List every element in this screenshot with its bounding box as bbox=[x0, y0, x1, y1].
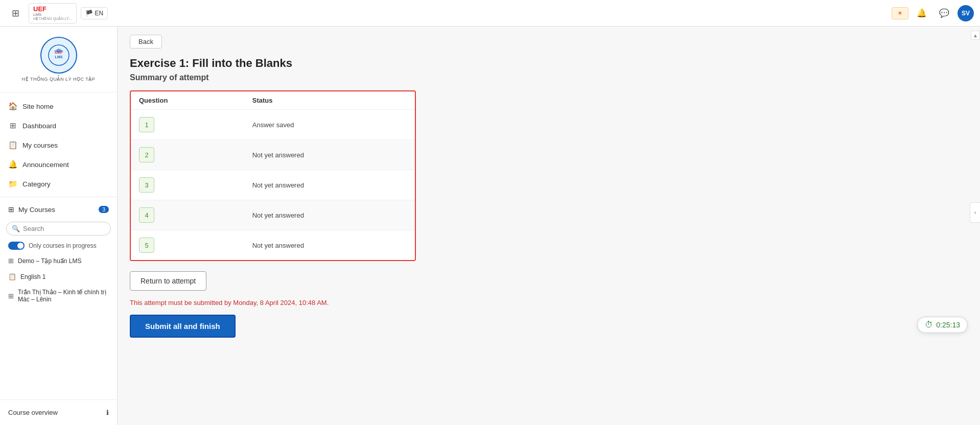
question-number-badge: 5 bbox=[139, 238, 154, 253]
logo-tagline: HỆ THỐNG QUẢN LÝ... bbox=[33, 17, 72, 21]
sidebar-item-site-home[interactable]: 🏠 Site home bbox=[0, 97, 117, 116]
logo-circle: UEF LMS bbox=[40, 37, 77, 74]
page-subtitle: Summary of attempt bbox=[130, 73, 718, 82]
sidebar-item-announcement[interactable]: 🔔 Announcement bbox=[0, 155, 117, 174]
question-number-badge: 4 bbox=[139, 207, 154, 223]
graduation-cap-icon: UEF LMS bbox=[48, 44, 69, 66]
col-status: Status bbox=[244, 91, 415, 110]
col-question: Question bbox=[131, 91, 244, 110]
status-cell: Not yet answered bbox=[244, 140, 415, 170]
uef-logo[interactable]: UEF LMS HỆ THỐNG QUẢN LÝ... bbox=[29, 3, 77, 23]
sidebar-item-dashboard[interactable]: ⊞ Dashboard bbox=[0, 116, 117, 135]
language-button[interactable]: 🏴 EN bbox=[81, 7, 108, 19]
svg-text:LMS: LMS bbox=[55, 55, 62, 59]
course-overview-label: Course overview bbox=[8, 409, 58, 416]
timer-icon: ⏱ bbox=[925, 320, 933, 329]
sidebar-item-my-courses[interactable]: 📋 My courses bbox=[0, 135, 117, 155]
status-cell: Not yet answered bbox=[244, 230, 415, 261]
summary-table: Question Status 1Answer saved2Not yet an… bbox=[131, 91, 415, 260]
sidebar-course-english1[interactable]: 📋 English 1 bbox=[0, 269, 117, 285]
language-label: EN bbox=[95, 10, 104, 17]
course-label-demo: Demo – Tập huấn LMS bbox=[18, 257, 82, 265]
top-right-collapse[interactable]: ▲ bbox=[971, 31, 980, 40]
sidebar-label-category: Category bbox=[22, 180, 51, 188]
my-courses-expandable[interactable]: ⊞ My Courses 3 bbox=[0, 200, 117, 219]
announcement-icon: 🔔 bbox=[8, 160, 17, 169]
status-cell: Answer saved bbox=[244, 110, 415, 140]
logo-text: UEF bbox=[33, 6, 72, 12]
sidebar: UEF LMS HỆ THỐNG QUẢN LÝ HỌC TẬP 🏠 Site … bbox=[0, 27, 118, 425]
course-label-english1: English 1 bbox=[20, 273, 45, 280]
chat-button[interactable]: 💬 bbox=[935, 4, 953, 22]
category-icon: 📁 bbox=[8, 179, 17, 188]
my-courses-label: My Courses bbox=[18, 206, 55, 214]
sidebar-label-site-home: Site home bbox=[22, 103, 54, 110]
course-overview-item[interactable]: Course overview ℹ bbox=[0, 404, 117, 421]
sidebar-label-dashboard: Dashboard bbox=[22, 122, 56, 130]
course-icon-demo: ⊞ bbox=[8, 257, 14, 265]
course-label-tran: Trần Thị Thảo – Kinh tế chính trị Mác – … bbox=[18, 289, 109, 303]
top-navigation: ⊞ UEF LMS HỆ THỐNG QUẢN LÝ... 🏴 EN ☀ 🔔 💬… bbox=[0, 0, 980, 27]
search-input[interactable] bbox=[23, 225, 109, 232]
search-box[interactable]: 🔍 bbox=[6, 222, 111, 235]
sidebar-bottom: Course overview ℹ bbox=[0, 399, 117, 425]
sidebar-logo: UEF LMS HỆ THỐNG QUẢN LÝ HỌC TẬP bbox=[0, 27, 117, 92]
table-row: 2Not yet answered bbox=[131, 140, 415, 170]
flag-icon: 🏴 bbox=[85, 10, 93, 17]
question-cell: 2 bbox=[131, 140, 244, 170]
sidebar-nav: 🏠 Site home ⊞ Dashboard 📋 My courses 🔔 A… bbox=[0, 92, 117, 399]
table-row: 1Answer saved bbox=[131, 110, 415, 140]
back-button[interactable]: Back bbox=[130, 35, 162, 49]
logo-sub: LMS bbox=[33, 12, 72, 17]
my-courses-icon: ⊞ bbox=[8, 205, 14, 214]
courses-icon: 📋 bbox=[8, 140, 17, 150]
search-icon: 🔍 bbox=[12, 225, 20, 232]
toggle-label: Only courses in progress bbox=[29, 242, 97, 249]
sidebar-label-my-courses: My courses bbox=[22, 141, 58, 149]
dashboard-icon: ⊞ bbox=[8, 121, 17, 130]
my-courses-badge: 3 bbox=[99, 206, 109, 213]
day-badge[interactable]: ☀ bbox=[892, 7, 908, 19]
status-cell: Not yet answered bbox=[244, 170, 415, 200]
table-row: 3Not yet answered bbox=[131, 170, 415, 200]
bell-button[interactable]: 🔔 bbox=[913, 4, 931, 22]
info-icon: ℹ bbox=[106, 409, 109, 416]
question-cell: 4 bbox=[131, 200, 244, 230]
question-cell: 1 bbox=[131, 110, 244, 140]
grid-icon-button[interactable]: ⊞ bbox=[6, 4, 25, 22]
course-icon-tran: ⊞ bbox=[8, 292, 14, 300]
toggle-row: Only courses in progress bbox=[0, 239, 117, 253]
deadline-notice: This attempt must be submitted by Monday… bbox=[130, 299, 718, 306]
table-row: 5Not yet answered bbox=[131, 230, 415, 261]
top-nav-left: ⊞ UEF LMS HỆ THỐNG QUẢN LÝ... 🏴 EN bbox=[6, 3, 108, 23]
question-cell: 5 bbox=[131, 230, 244, 261]
question-number-badge: 3 bbox=[139, 177, 154, 193]
return-to-attempt-button[interactable]: Return to attempt bbox=[130, 271, 206, 291]
right-panel-toggle[interactable]: › bbox=[970, 202, 980, 223]
content-inner: Back Exercise 1: Fill into the Blanks Su… bbox=[118, 27, 731, 346]
question-number-badge: 1 bbox=[139, 117, 154, 132]
main-layout: UEF LMS HỆ THỐNG QUẢN LÝ HỌC TẬP 🏠 Site … bbox=[0, 27, 980, 425]
sidebar-subtitle: HỆ THỐNG QUẢN LÝ HỌC TẬP bbox=[22, 77, 96, 82]
top-nav-right: ☀ 🔔 💬 SV bbox=[892, 4, 974, 22]
page-title: Exercise 1: Fill into the Blanks bbox=[130, 57, 718, 70]
course-icon-english1: 📋 bbox=[8, 273, 16, 280]
status-cell: Not yet answered bbox=[244, 200, 415, 230]
user-avatar[interactable]: SV bbox=[958, 5, 974, 21]
question-cell: 3 bbox=[131, 170, 244, 200]
sidebar-course-demo[interactable]: ⊞ Demo – Tập huấn LMS bbox=[0, 253, 117, 269]
summary-table-container: Question Status 1Answer saved2Not yet an… bbox=[130, 90, 416, 261]
timer-badge: ⏱ 0:25:13 bbox=[917, 317, 968, 333]
courses-in-progress-toggle[interactable] bbox=[8, 242, 25, 250]
table-row: 4Not yet answered bbox=[131, 200, 415, 230]
timer-value: 0:25:13 bbox=[936, 321, 960, 329]
content-area: Back Exercise 1: Fill into the Blanks Su… bbox=[118, 27, 980, 425]
sidebar-item-category[interactable]: 📁 Category bbox=[0, 174, 117, 194]
sidebar-label-announcement: Announcement bbox=[22, 161, 69, 169]
home-icon: 🏠 bbox=[8, 102, 17, 111]
sidebar-course-tran[interactable]: ⊞ Trần Thị Thảo – Kinh tế chính trị Mác … bbox=[0, 285, 117, 307]
submit-all-finish-button[interactable]: Submit all and finish bbox=[130, 315, 236, 338]
question-number-badge: 2 bbox=[139, 147, 154, 162]
